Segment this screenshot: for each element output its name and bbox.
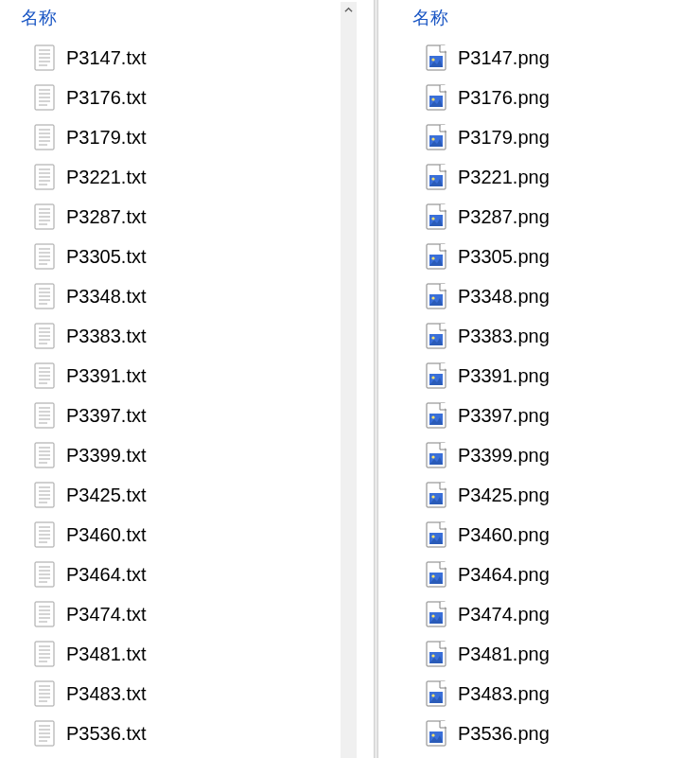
list-item[interactable]: P3287.txt <box>0 197 341 237</box>
list-item[interactable]: P3460.png <box>412 515 700 555</box>
svg-point-151 <box>431 455 434 458</box>
svg-point-155 <box>431 495 434 498</box>
file-icon <box>426 521 446 548</box>
list-item[interactable]: P3425.png <box>412 475 700 515</box>
list-item[interactable]: P3483.txt <box>0 674 341 714</box>
list-item[interactable]: P3176.txt <box>0 78 341 117</box>
list-item[interactable]: P3397.txt <box>0 396 341 435</box>
image-file-icon <box>426 243 446 270</box>
svg-point-147 <box>431 415 434 418</box>
list-item[interactable]: P3179.txt <box>0 117 341 157</box>
file-name: P3176.txt <box>66 87 147 109</box>
file-name: P3483.png <box>458 683 550 705</box>
file-name: P3536.png <box>458 723 550 745</box>
file-icon <box>34 442 55 468</box>
list-item[interactable]: P3176.png <box>412 78 700 117</box>
list-item[interactable]: P3383.png <box>412 316 700 356</box>
image-file-icon <box>426 521 446 548</box>
column-header-name-right[interactable]: 名称 <box>412 0 700 38</box>
file-name: P3464.png <box>458 564 550 586</box>
list-item[interactable]: P3391.png <box>412 356 700 396</box>
image-file-icon <box>426 561 446 588</box>
svg-point-127 <box>431 217 434 220</box>
file-icon <box>426 44 446 71</box>
list-item[interactable]: P3425.txt <box>0 475 341 515</box>
file-icon <box>34 680 55 707</box>
file-name: P3176.png <box>458 87 550 109</box>
svg-point-115 <box>431 97 434 100</box>
list-item[interactable]: P3147.png <box>412 38 700 78</box>
file-icon <box>34 561 55 588</box>
list-item[interactable]: P3464.png <box>412 555 700 594</box>
svg-point-163 <box>431 574 434 577</box>
left-pane: 名称 P3147.txtP3176.txtP3179.txtP3221.txtP… <box>0 0 341 758</box>
file-name: P3305.txt <box>66 246 147 268</box>
file-name: P3481.png <box>458 643 550 665</box>
scroll-up-button[interactable] <box>341 2 357 18</box>
list-item[interactable]: P3391.txt <box>0 356 341 396</box>
file-icon <box>426 323 446 349</box>
list-item[interactable]: P3483.png <box>412 674 700 714</box>
file-icon <box>426 442 446 468</box>
file-name: P3460.png <box>458 524 550 546</box>
scrollbar-left[interactable] <box>341 0 374 758</box>
list-item[interactable]: P3287.png <box>412 197 700 237</box>
file-name: P3464.txt <box>66 564 147 586</box>
file-name: P3536.txt <box>66 723 147 745</box>
text-file-icon <box>34 243 55 270</box>
text-file-icon <box>34 283 55 309</box>
list-item[interactable]: P3399.txt <box>0 435 341 475</box>
file-icon <box>34 323 55 349</box>
svg-point-131 <box>431 256 434 259</box>
svg-point-139 <box>431 336 434 339</box>
list-item[interactable]: P3481.png <box>412 634 700 674</box>
file-name: P3179.png <box>458 127 550 149</box>
image-file-icon <box>426 720 446 747</box>
list-item[interactable]: P3221.png <box>412 157 700 197</box>
svg-point-135 <box>431 296 434 299</box>
list-item[interactable]: P3460.txt <box>0 515 341 555</box>
list-item[interactable]: P3399.png <box>412 435 700 475</box>
file-icon <box>426 482 446 508</box>
file-icon <box>426 402 446 429</box>
list-item[interactable]: P3397.png <box>412 396 700 435</box>
image-file-icon <box>426 641 446 667</box>
file-icon <box>34 482 55 508</box>
list-item[interactable]: P3348.png <box>412 276 700 316</box>
text-file-icon <box>34 720 55 747</box>
list-item[interactable]: P3536.txt <box>0 714 341 753</box>
list-item[interactable]: P3536.png <box>412 714 700 753</box>
image-file-icon <box>426 601 446 627</box>
svg-point-175 <box>431 694 434 696</box>
file-name: P3474.png <box>458 604 550 626</box>
file-name: P3481.txt <box>66 643 147 665</box>
scroll-track[interactable] <box>341 18 357 758</box>
list-item[interactable]: P3221.txt <box>0 157 341 197</box>
file-name: P3287.txt <box>66 206 147 228</box>
svg-point-167 <box>431 614 434 617</box>
list-item[interactable]: P3305.txt <box>0 237 341 276</box>
file-name: P3397.png <box>458 405 550 427</box>
list-item[interactable]: P3474.png <box>412 594 700 634</box>
list-item[interactable]: P3481.txt <box>0 634 341 674</box>
list-item[interactable]: P3348.txt <box>0 276 341 316</box>
file-icon <box>34 84 55 111</box>
svg-point-179 <box>431 733 434 736</box>
svg-point-123 <box>431 177 434 180</box>
list-item[interactable]: P3383.txt <box>0 316 341 356</box>
image-file-icon <box>426 680 446 707</box>
list-item[interactable]: P3179.png <box>412 117 700 157</box>
list-item[interactable]: P3474.txt <box>0 594 341 634</box>
file-name: P3391.png <box>458 365 550 387</box>
file-name: P3397.txt <box>66 405 147 427</box>
file-name: P3348.txt <box>66 286 147 308</box>
file-icon <box>426 243 446 270</box>
column-header-name-left[interactable]: 名称 <box>0 0 341 38</box>
image-file-icon <box>426 323 446 349</box>
list-item[interactable]: P3147.txt <box>0 38 341 78</box>
file-name: P3383.png <box>458 326 550 347</box>
list-item[interactable]: P3464.txt <box>0 555 341 594</box>
image-file-icon <box>426 362 446 389</box>
text-file-icon <box>34 124 55 150</box>
list-item[interactable]: P3305.png <box>412 237 700 276</box>
